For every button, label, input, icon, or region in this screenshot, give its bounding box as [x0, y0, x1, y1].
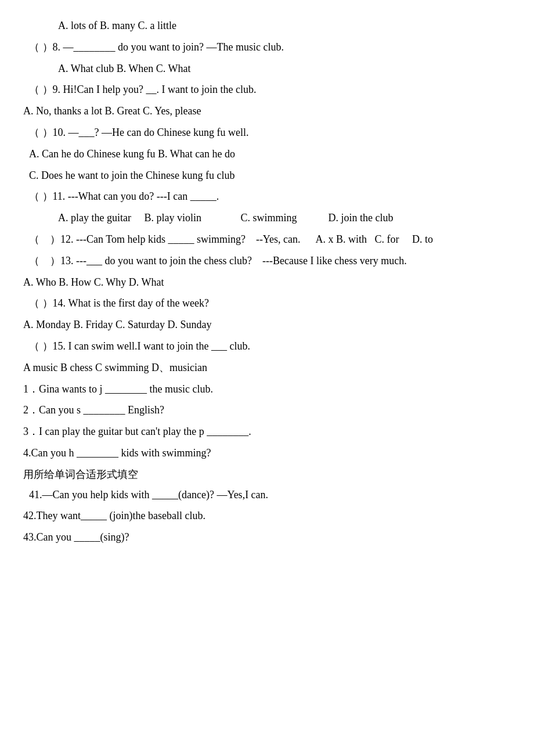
line-q15-stem: （ ）15. I can swim well.I want to join th… [29, 338, 511, 355]
line-fill4: 4.Can you h ________ kids with swimming? [23, 445, 511, 462]
line-options-7: A. lots of B. many C. a little [58, 17, 511, 34]
line-q10-optC: C. Does he want to join the Chinese kung… [29, 167, 511, 184]
line-q14-stem: （ ）14. What is the first day of the week… [29, 295, 511, 312]
line-q8-stem: （ ）8. —________ do you want to join? —Th… [29, 39, 511, 56]
line-q15-opts: A music B chess C swimming D、musician [23, 359, 511, 376]
line-fill1: 1．Gina wants to j ________ the music clu… [23, 381, 511, 398]
line-q11-opts: A. play the guitar B. play violin C. swi… [58, 210, 511, 226]
line-q9-stem: （ ）9. Hi!Can I help you? __. I want to j… [29, 81, 511, 98]
section-title-word-form: 用所给单词合适形式填空 [23, 466, 511, 483]
line-q10-optA: A. Can he do Chinese kung fu B. What can… [29, 146, 511, 163]
line-q13-opts: A. Who B. How C. Why D. What [23, 274, 511, 291]
line-fill2: 2．Can you s ________ English? [23, 402, 511, 419]
line-43: 43.Can you _____(sing)? [23, 529, 511, 546]
line-41: 41.—Can you help kids with _____(dance)?… [29, 487, 511, 503]
worksheet-container: A. lots of B. many C. a little （ ）8. —__… [23, 17, 511, 546]
line-q10-stem: （ ）10. —___? —He can do Chinese kung fu … [29, 124, 511, 141]
line-q8-opts: A. What club B. When C. What [58, 60, 511, 77]
line-fill3: 3．I can play the guitar but can't play t… [23, 423, 511, 440]
line-42: 42.They want_____ (join)the baseball clu… [23, 507, 511, 524]
line-q14-opts: A. Monday B. Friday C. Saturday D. Sunda… [23, 316, 511, 333]
line-q11-stem: （ ）11. ---What can you do? ---I can ____… [29, 188, 511, 205]
line-q9-opts: A. No, thanks a lot B. Great C. Yes, ple… [23, 103, 511, 120]
line-q12-stem: （ ）12. ---Can Tom help kids _____ swimmi… [29, 231, 511, 248]
line-q13-stem: （ ）13. ---___ do you want to join the ch… [29, 253, 511, 269]
